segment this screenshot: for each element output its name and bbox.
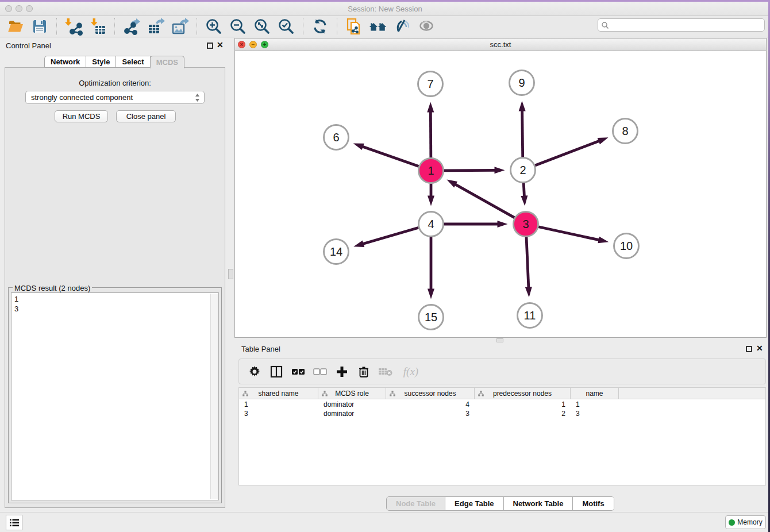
close-panel-button[interactable]: Close panel bbox=[116, 110, 176, 122]
table-settings-button[interactable] bbox=[247, 364, 263, 380]
column-type-icon bbox=[390, 391, 395, 396]
create-column-button[interactable] bbox=[334, 364, 350, 380]
trash-icon bbox=[357, 365, 370, 378]
tab-node-table[interactable]: Node Table bbox=[387, 497, 445, 510]
graph-node-label: 1 bbox=[428, 164, 434, 177]
list-icon bbox=[9, 518, 20, 527]
table-row[interactable]: 1dominator411 bbox=[239, 400, 619, 409]
graph-edge[interactable] bbox=[430, 111, 431, 157]
graph-edge[interactable] bbox=[444, 170, 495, 171]
unchecked-boxes-icon bbox=[313, 368, 327, 376]
columns-icon bbox=[270, 365, 283, 378]
save-session-button[interactable] bbox=[30, 17, 49, 36]
graph-edge[interactable] bbox=[538, 227, 600, 240]
mcds-result-scrollbar[interactable] bbox=[210, 294, 218, 499]
graph-edge[interactable] bbox=[455, 184, 514, 218]
task-history-button[interactable] bbox=[6, 515, 22, 530]
delete-table-button[interactable] bbox=[378, 364, 394, 380]
table-panel-float-button[interactable] bbox=[746, 346, 752, 352]
column-header-name[interactable]: name bbox=[571, 388, 619, 399]
show-columns-button[interactable] bbox=[268, 364, 284, 380]
network-graph-canvas[interactable]: 7968124314101511 bbox=[235, 51, 766, 337]
table-row[interactable]: 3dominator323 bbox=[239, 409, 619, 418]
tab-style[interactable]: Style bbox=[86, 56, 116, 68]
cell-successor-nodes[interactable]: 4 bbox=[386, 400, 475, 409]
zoom-selected-button[interactable] bbox=[277, 17, 295, 36]
graph-edge[interactable] bbox=[535, 141, 600, 165]
cell-name[interactable]: 3 bbox=[571, 409, 619, 418]
cell-MCDS-role[interactable]: dominator bbox=[318, 400, 386, 409]
column-header-shared-name[interactable]: shared name bbox=[239, 388, 318, 399]
cell-MCDS-role[interactable]: dominator bbox=[318, 409, 386, 418]
tab-network-table[interactable]: Network Table bbox=[504, 497, 573, 510]
export-network-button[interactable] bbox=[122, 17, 141, 36]
mcds-result-textarea[interactable]: 1 3 bbox=[11, 292, 219, 500]
hide-graphics-details-button[interactable] bbox=[393, 17, 411, 36]
import-network-icon bbox=[64, 17, 83, 36]
graph-edge[interactable] bbox=[362, 147, 419, 167]
delete-column-button[interactable] bbox=[356, 364, 372, 380]
control-panel-title: Control Panel bbox=[6, 41, 51, 50]
graph-node-label: 10 bbox=[620, 240, 633, 252]
tab-edge-table[interactable]: Edge Table bbox=[445, 497, 503, 510]
unselect-all-columns-button[interactable] bbox=[312, 364, 328, 380]
cell-predecessor-nodes[interactable]: 1 bbox=[475, 400, 571, 409]
node-table: shared nameMCDS rolesuccessor nodesprede… bbox=[238, 387, 766, 485]
import-table-icon bbox=[88, 17, 107, 36]
horizontal-splitter-handle[interactable] bbox=[496, 338, 503, 342]
search-icon bbox=[601, 21, 609, 29]
cell-shared-name[interactable]: 3 bbox=[239, 409, 318, 418]
graph-edge[interactable] bbox=[526, 237, 529, 288]
column-type-icon bbox=[478, 391, 484, 396]
toolbar-separator bbox=[197, 18, 197, 35]
vertical-splitter-handle[interactable] bbox=[228, 269, 233, 279]
column-header-MCDS-role[interactable]: MCDS role bbox=[318, 388, 386, 399]
tab-network[interactable]: Network bbox=[44, 56, 86, 68]
graph-edge[interactable] bbox=[522, 110, 523, 157]
clone-network-button[interactable] bbox=[345, 17, 363, 36]
open-session-button[interactable] bbox=[6, 17, 25, 36]
control-panel-float-button[interactable] bbox=[207, 43, 213, 49]
fx-icon: f(x) bbox=[403, 365, 418, 378]
graph-edge-arrowhead bbox=[427, 102, 434, 112]
apply-layout-button[interactable] bbox=[311, 17, 329, 36]
graph-edge-arrowhead bbox=[428, 289, 434, 299]
search-box[interactable] bbox=[598, 18, 765, 32]
cell-shared-name[interactable]: 1 bbox=[239, 400, 318, 409]
window-titlebar: Session: New Session bbox=[0, 2, 770, 16]
graph-edge-arrowhead bbox=[494, 167, 505, 174]
column-header-successor-nodes[interactable]: successor nodes bbox=[386, 388, 475, 399]
show-all-networks-button[interactable] bbox=[369, 17, 387, 36]
control-panel-close-button[interactable]: ✕ bbox=[217, 42, 224, 48]
show-graphics-details-button[interactable] bbox=[417, 17, 436, 36]
graph-edge[interactable] bbox=[363, 228, 419, 244]
export-image-button[interactable] bbox=[171, 17, 189, 36]
zoom-out-button[interactable] bbox=[229, 17, 247, 36]
select-all-columns-button[interactable] bbox=[290, 364, 306, 380]
cell-name[interactable]: 1 bbox=[571, 400, 619, 409]
import-network-button[interactable] bbox=[64, 17, 83, 36]
run-mcds-button[interactable]: Run MCDS bbox=[55, 110, 108, 122]
graph-edge[interactable] bbox=[523, 183, 524, 196]
optimization-criterion-value: strongly connected component bbox=[31, 93, 133, 102]
table-panel-close-button[interactable]: ✕ bbox=[756, 345, 763, 352]
import-table-button[interactable] bbox=[88, 17, 107, 36]
gear-icon bbox=[248, 365, 261, 378]
column-header-predecessor-nodes[interactable]: predecessor nodes bbox=[475, 388, 571, 399]
search-input[interactable] bbox=[609, 20, 764, 31]
tab-motifs[interactable]: Motifs bbox=[573, 497, 613, 510]
tab-mcds[interactable]: MCDS bbox=[150, 56, 184, 68]
graph-edge-arrowhead bbox=[446, 179, 457, 187]
tab-select[interactable]: Select bbox=[116, 56, 150, 68]
network-view-title: scc.txt bbox=[235, 40, 766, 49]
cell-successor-nodes[interactable]: 3 bbox=[386, 409, 475, 418]
optimization-criterion-select[interactable]: strongly connected component bbox=[25, 91, 205, 104]
cell-predecessor-nodes[interactable]: 2 bbox=[475, 409, 571, 418]
zoom-fit-button[interactable] bbox=[253, 17, 271, 36]
table-panel-tabs: Node Table Edge Table Network Table Moti… bbox=[386, 496, 614, 511]
network-view-window: × − + scc.txt 7968124314101511 bbox=[234, 38, 767, 338]
function-builder-button[interactable]: f(x) bbox=[399, 364, 422, 380]
zoom-in-button[interactable] bbox=[205, 17, 223, 36]
export-table-button[interactable] bbox=[147, 17, 165, 36]
memory-button[interactable]: Memory bbox=[725, 515, 766, 529]
